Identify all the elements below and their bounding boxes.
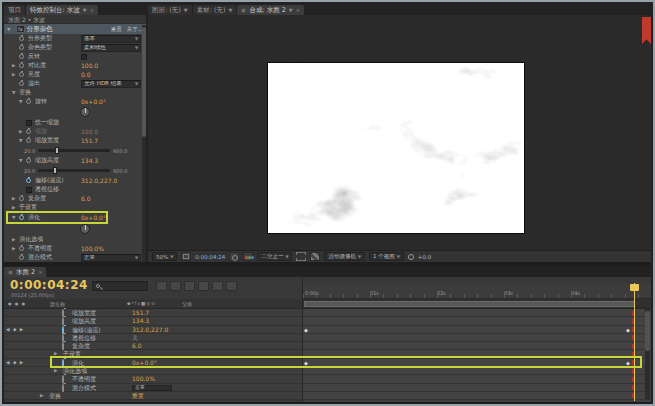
twirl-closed-icon[interactable]: ▶ <box>12 205 19 210</box>
tab-effect-console[interactable]: 特效控制台: 水波 ▼ × <box>26 5 98 15</box>
twirl-closed-icon[interactable]: ▶ <box>54 351 57 356</box>
track-row-perspective-offset[interactable] <box>303 334 651 342</box>
stopwatch-icon[interactable] <box>19 255 24 260</box>
parent-column[interactable]: 父级 <box>182 301 192 307</box>
row-invert[interactable]: 反转 <box>4 52 146 61</box>
snapshot-icon[interactable] <box>229 252 239 261</box>
scale-height-slider[interactable] <box>38 169 110 172</box>
scale-height-value[interactable]: 134.3 <box>81 157 98 164</box>
row-fractal-type[interactable]: 分形类型 基本▼ <box>4 34 146 43</box>
frame-blend-icon[interactable] <box>198 281 209 291</box>
blend-mode-dropdown[interactable]: 正常▼ <box>81 254 141 262</box>
overflow-dropdown[interactable]: 允许 HDR 结果▼ <box>81 80 141 88</box>
evolution-value[interactable]: 0x+0.0° <box>81 214 106 221</box>
slider-handle[interactable] <box>53 167 57 174</box>
track-row-sub-settings[interactable] <box>303 350 651 358</box>
stopwatch-icon[interactable] <box>19 246 24 251</box>
work-area-span[interactable] <box>304 301 635 307</box>
group-row-sub-settings[interactable]: ▶ 子设置 <box>4 203 146 212</box>
timeline-search-input[interactable] <box>92 281 148 291</box>
tab-comp-viewer[interactable]: 合成: 水面 2 ▼ × <box>237 5 304 15</box>
fractal-type-dropdown[interactable]: 基本▼ <box>81 35 141 43</box>
exposure-icon[interactable] <box>408 254 414 260</box>
motion-blur-icon[interactable] <box>212 281 223 291</box>
stopwatch-icon[interactable] <box>19 196 24 201</box>
stopwatch-icon[interactable] <box>19 54 24 59</box>
transparency-grid-icon[interactable] <box>310 252 320 261</box>
effect-header-row[interactable]: ▼ fx 分形杂色 重置 关于... <box>4 24 146 34</box>
invert-checkbox[interactable] <box>81 54 87 60</box>
twirl-closed-icon[interactable]: ▶ <box>40 393 43 398</box>
track-row-offset-turbulence[interactable]: ◆ ◆ <box>303 326 651 334</box>
twirl-closed-icon[interactable]: ▶ <box>12 246 19 251</box>
row-complexity[interactable]: ▶ 复杂度 6.0 <box>4 194 146 203</box>
track-row-scale-width[interactable] <box>303 309 651 317</box>
row-overflow[interactable]: 溢出 允许 HDR 结果▼ <box>4 79 146 88</box>
tab-project[interactable]: 项目 <box>4 5 25 15</box>
stopwatch-icon[interactable] <box>19 81 24 86</box>
stopwatch-icon[interactable] <box>26 138 31 143</box>
row-offset-turbulence[interactable]: 偏移(湍流) 312.0,227.0 <box>4 176 146 185</box>
evolution-tl-value[interactable]: 0x+0.0° <box>132 359 157 367</box>
tl-row-offset-turbulence[interactable]: ◀ ◆ ▶ 偏移(湍流) 312.0,227.0 <box>4 326 302 334</box>
tl-group-transform[interactable]: ▶ 变换 重置 <box>4 392 302 400</box>
stopwatch-icon[interactable] <box>26 158 31 163</box>
graph-editor-icon[interactable] <box>226 281 237 291</box>
resolution-dropdown[interactable]: 二分之一 ▼ <box>257 252 292 261</box>
tl-row-opacity[interactable]: 不透明度 100.0% <box>4 375 302 383</box>
tl-row-scale-height[interactable]: 缩放高度 134.3 <box>4 317 302 325</box>
perspective-offset-checkbox[interactable] <box>26 187 32 193</box>
brightness-value[interactable]: 0.0 <box>81 71 91 78</box>
timeline-scrollbar[interactable] <box>645 309 650 399</box>
evolution-dial[interactable] <box>80 224 90 234</box>
row-noise-type[interactable]: 杂色类型 柔和线性▼ <box>4 43 146 52</box>
row-evolution[interactable]: ▼ 演化 0x+0.0° <box>4 212 146 223</box>
tl-row-complexity[interactable]: 复杂度 6.0 <box>4 342 302 350</box>
tl-row-blend-mode[interactable]: 混合模式 正常 <box>4 384 302 392</box>
panel-menu-icon[interactable]: ▼ <box>289 7 293 13</box>
row-blend-mode[interactable]: 混合模式 正常▼ <box>4 253 146 262</box>
tab-layer-viewer[interactable]: 图层: (无) ▼ <box>148 5 192 15</box>
tab-footage-viewer[interactable]: 素材: (无) ▼ <box>193 5 237 15</box>
hide-shy-layers-icon[interactable] <box>184 281 195 291</box>
twirl-open-icon[interactable]: ▼ <box>19 99 26 104</box>
close-icon[interactable]: × <box>296 7 300 13</box>
row-contrast[interactable]: ▶ 对比度 100.0 <box>4 61 146 70</box>
row-uniform-scaling[interactable]: 统一缩放 <box>4 118 146 127</box>
stopwatch-icon-active[interactable] <box>19 215 24 220</box>
row-scale-width[interactable]: ▼ 缩放宽度 151.7 <box>4 136 146 145</box>
tab-timeline-comp[interactable]: 水面 2 × <box>4 267 46 277</box>
show-channel-icon[interactable] <box>243 252 253 261</box>
twirl-closed-icon[interactable]: ▶ <box>12 63 19 68</box>
transform-reset-link[interactable]: 重置 <box>132 392 144 400</box>
offset-turbulence-tl-value[interactable]: 312.0,227.0 <box>132 326 168 334</box>
region-of-interest-icon[interactable] <box>296 252 306 261</box>
chevron-down-icon[interactable]: ▼ <box>229 7 233 13</box>
tl-group-sub-settings[interactable]: ▶ 子设置 <box>4 350 302 358</box>
zoom-dropdown[interactable]: 50% ▼ <box>152 252 177 261</box>
twirl-open-icon[interactable]: ▼ <box>7 27 14 32</box>
scale-height-tl-value[interactable]: 134.3 <box>132 317 149 325</box>
work-area-bar[interactable] <box>303 299 651 309</box>
tl-row-scale-width[interactable]: 缩放宽度 151.7 <box>4 309 302 317</box>
reset-effect-link[interactable]: 重置 <box>111 26 122 33</box>
row-scale[interactable]: ▶ 缩放 100.0 <box>4 127 146 136</box>
twirl-closed-icon[interactable]: ▶ <box>54 368 57 373</box>
rotation-dial[interactable] <box>80 107 90 117</box>
time-ruler[interactable]: 0:00s 01s 02s 03s 04s <box>303 283 651 299</box>
track-row-blend-mode[interactable] <box>303 384 651 392</box>
row-scale-height[interactable]: ▼ 缩放高度 134.3 <box>4 156 146 165</box>
contrast-value[interactable]: 100.0 <box>81 62 98 69</box>
stopwatch-icon[interactable] <box>19 45 24 50</box>
scale-width-value[interactable]: 151.7 <box>81 137 98 144</box>
scale-width-tl-value[interactable]: 151.7 <box>132 309 149 317</box>
exposure-value[interactable]: +0.0 <box>418 254 431 260</box>
row-perspective-offset[interactable]: 透视位移 <box>4 185 146 194</box>
twirl-closed-icon[interactable]: ▶ <box>12 196 19 201</box>
twirl-open-icon[interactable]: ▼ <box>12 90 19 95</box>
track-row-scale-height[interactable] <box>303 317 651 325</box>
row-brightness[interactable]: ▶ 亮度 0.0 <box>4 70 146 79</box>
composition-mini-flowchart-icon[interactable] <box>156 281 167 291</box>
composition-viewer-panel[interactable] <box>148 15 651 250</box>
track-row-opacity[interactable] <box>303 375 651 383</box>
